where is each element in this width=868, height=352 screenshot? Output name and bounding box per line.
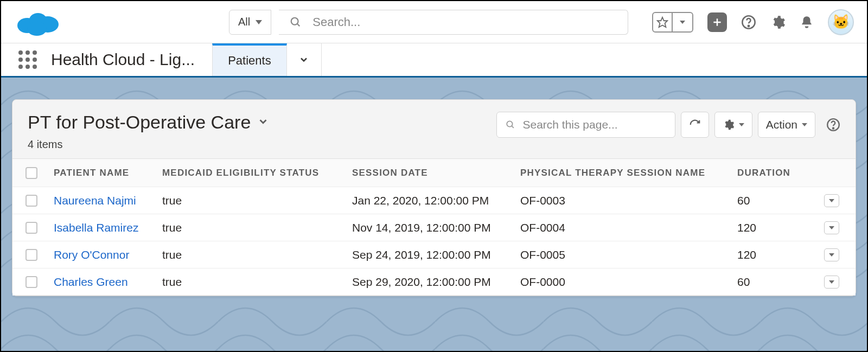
cell-session-date: Sep 29, 2020, 12:00:00 PM xyxy=(349,270,517,294)
patient-name-link[interactable]: Rory O'Connor xyxy=(54,248,129,261)
refresh-icon xyxy=(689,119,701,131)
chevron-down-icon xyxy=(673,13,692,31)
svg-line-5 xyxy=(297,23,300,26)
cell-session-date: Nov 14, 2019, 12:00:00 PM xyxy=(349,216,517,240)
list-view-controls: Action xyxy=(496,112,840,138)
cell-session-date: Sep 24, 2019, 12:00:00 PM xyxy=(349,243,517,267)
chevron-down-icon xyxy=(829,226,834,229)
cell-duration: 120 xyxy=(734,216,815,240)
global-search-box[interactable] xyxy=(279,10,628,35)
global-header: All 🐱 xyxy=(1,1,867,43)
gear-icon xyxy=(723,119,735,131)
table-header-row: Patient Name Medicaid Eligibility Status… xyxy=(12,159,856,187)
help-icon[interactable] xyxy=(741,15,756,30)
select-all-checkbox[interactable] xyxy=(25,167,37,179)
table-row: Rory O'Connor true Sep 24, 2019, 12:00:0… xyxy=(12,241,856,268)
cell-medicaid: true xyxy=(159,216,349,240)
cell-pt-session-name: OF-0000 xyxy=(517,270,734,294)
row-checkbox[interactable] xyxy=(25,249,37,261)
row-checkbox[interactable] xyxy=(25,222,37,234)
row-checkbox[interactable] xyxy=(25,276,37,288)
svg-point-14 xyxy=(833,127,834,129)
global-search-input[interactable] xyxy=(312,15,617,29)
col-header-pt-session-name[interactable]: Physical Therapy Session Name xyxy=(517,162,734,184)
favorites-split-button[interactable] xyxy=(652,12,693,33)
cell-medicaid: true xyxy=(159,189,349,213)
svg-point-3 xyxy=(27,22,47,36)
list-view-header: PT for Post-Operative Care 4 items xyxy=(12,100,856,158)
col-header-session-date[interactable]: Session Date xyxy=(349,162,517,184)
patient-name-link[interactable]: Naureena Najmi xyxy=(54,194,136,207)
search-scope-label: All xyxy=(238,16,250,28)
chevron-down-icon xyxy=(829,253,834,257)
cell-duration: 60 xyxy=(734,270,815,294)
page-body: PT for Post-Operative Care 4 items xyxy=(1,78,867,352)
action-button[interactable]: Action xyxy=(758,112,815,138)
row-actions-menu[interactable] xyxy=(824,276,839,289)
cell-duration: 60 xyxy=(734,189,815,213)
svg-marker-6 xyxy=(658,17,667,27)
cell-duration: 120 xyxy=(734,243,815,267)
cell-session-date: Jan 22, 2020, 12:00:00 PM xyxy=(349,189,517,213)
data-table: Patient Name Medicaid Eligibility Status… xyxy=(12,158,856,296)
table-row: Charles Green true Sep 29, 2020, 12:00:0… xyxy=(12,268,856,296)
chevron-down-icon xyxy=(739,123,744,126)
list-view-card: PT for Post-Operative Care 4 items xyxy=(12,99,856,296)
app-nav-bar: Health Cloud - Lig... Patients xyxy=(1,43,867,78)
salesforce-logo xyxy=(12,6,62,39)
list-view-title: PT for Post-Operative Care xyxy=(28,112,251,133)
header-utility-bar: 🐱 xyxy=(652,9,854,35)
action-button-label: Action xyxy=(766,118,797,131)
list-view-switcher[interactable] xyxy=(257,116,269,130)
row-actions-menu[interactable] xyxy=(824,221,839,234)
star-icon xyxy=(653,13,673,31)
col-header-duration[interactable]: Duration xyxy=(734,162,815,184)
global-create-button[interactable] xyxy=(707,12,727,32)
search-icon xyxy=(290,16,302,28)
item-count-label: 4 items xyxy=(28,138,269,151)
cell-pt-session-name: OF-0004 xyxy=(517,216,734,240)
nav-tab-patients[interactable]: Patients xyxy=(212,43,287,76)
row-actions-menu[interactable] xyxy=(824,194,839,207)
row-checkbox[interactable] xyxy=(25,195,37,207)
table-row: Naureena Najmi true Jan 22, 2020, 12:00:… xyxy=(12,187,856,214)
app-name-label: Health Cloud - Lig... xyxy=(51,50,195,69)
cell-pt-session-name: OF-0003 xyxy=(517,189,734,213)
notifications-bell-icon[interactable] xyxy=(800,15,814,29)
nav-tab-menu-button[interactable] xyxy=(287,43,322,76)
col-header-medicaid[interactable]: Medicaid Eligibility Status xyxy=(159,162,349,184)
svg-line-12 xyxy=(512,126,514,128)
app-launcher-icon xyxy=(18,50,37,69)
cell-pt-session-name: OF-0005 xyxy=(517,243,734,267)
page-search-input[interactable] xyxy=(522,118,666,131)
search-icon xyxy=(506,119,515,130)
row-actions-menu[interactable] xyxy=(824,248,839,261)
svg-point-11 xyxy=(507,121,512,126)
help-icon[interactable] xyxy=(826,118,840,132)
app-launcher[interactable]: Health Cloud - Lig... xyxy=(1,43,212,76)
patient-name-link[interactable]: Isabella Ramirez xyxy=(54,221,138,234)
search-scope-select[interactable]: All xyxy=(229,10,271,35)
cell-medicaid: true xyxy=(159,270,349,294)
chevron-down-icon xyxy=(802,123,807,126)
nav-tab-label: Patients xyxy=(228,54,271,68)
refresh-button[interactable] xyxy=(681,112,709,138)
svg-point-10 xyxy=(748,25,749,26)
patient-name-link[interactable]: Charles Green xyxy=(54,276,128,288)
table-row: Isabella Ramirez true Nov 14, 2019, 12:0… xyxy=(12,214,856,241)
col-header-patient-name[interactable]: Patient Name xyxy=(50,162,159,184)
cell-medicaid: true xyxy=(159,243,349,267)
user-avatar[interactable]: 🐱 xyxy=(828,9,854,35)
chevron-down-icon xyxy=(829,199,834,202)
page-search-box[interactable] xyxy=(496,112,675,138)
list-settings-button[interactable] xyxy=(714,112,752,138)
setup-gear-icon[interactable] xyxy=(770,15,786,30)
chevron-down-icon xyxy=(256,20,262,24)
chevron-down-icon xyxy=(829,280,834,284)
svg-point-4 xyxy=(291,17,298,24)
